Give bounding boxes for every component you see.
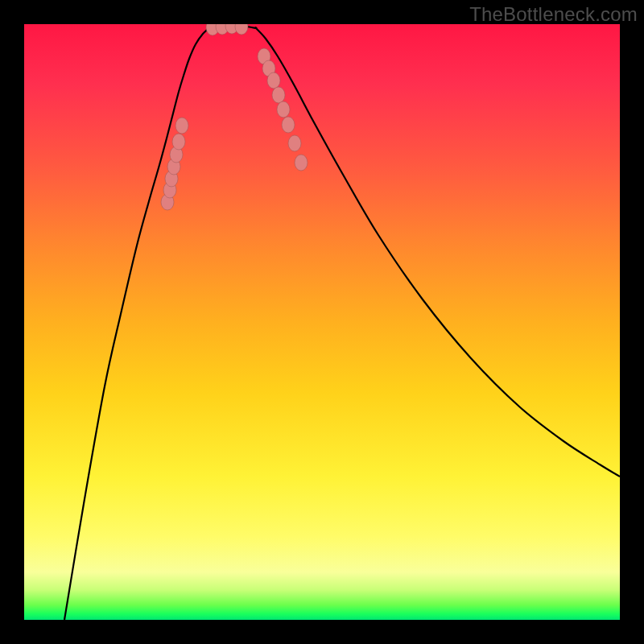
data-point-marker — [295, 155, 308, 171]
data-point-marker — [282, 117, 295, 133]
data-point-marker — [288, 135, 301, 151]
curve-layer — [24, 24, 620, 620]
watermark-text: TheBottleneck.com — [469, 3, 638, 26]
data-point-marker — [267, 72, 280, 89]
data-markers — [161, 24, 308, 210]
data-point-marker — [277, 101, 290, 118]
bottleneck-curve — [64, 26, 620, 620]
data-point-marker — [175, 118, 188, 134]
chart-frame: TheBottleneck.com — [0, 0, 644, 644]
data-point-marker — [272, 87, 285, 103]
data-point-marker — [235, 24, 248, 35]
plot-area — [24, 24, 620, 620]
data-point-marker — [172, 134, 185, 150]
